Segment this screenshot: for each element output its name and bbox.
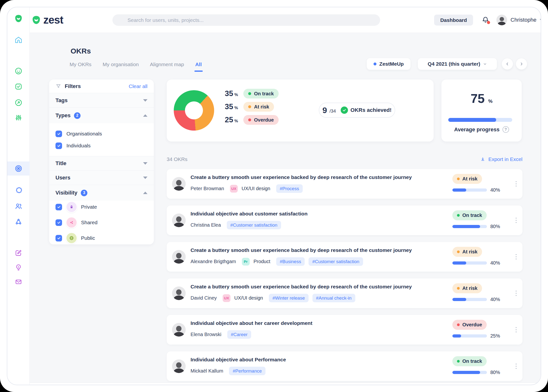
chevron-down-icon	[483, 62, 487, 66]
filter-section-users[interactable]: Users	[49, 170, 154, 185]
user-name: Christophe	[511, 17, 536, 23]
average-progress-value: 75 %	[441, 91, 522, 106]
okr-row[interactable]: Create a buttery smooth user experience …	[167, 242, 522, 272]
unit-badge: UX	[230, 185, 238, 193]
device-frame: zest Dashboard Christophe OKRs My OKRs M…	[0, 0, 548, 392]
dashboard-button[interactable]: Dashboard	[434, 15, 473, 26]
filter-section-tags[interactable]: Tags	[49, 93, 154, 107]
status-badge: On track	[452, 210, 487, 220]
chevron-left-icon	[505, 62, 510, 66]
okr-row[interactable]: Individual objective about her career de…	[167, 315, 522, 345]
checked-checkbox-icon	[55, 143, 62, 149]
clear-all-filters-button[interactable]: Clear all	[129, 83, 147, 89]
smiley-icon[interactable]	[7, 64, 30, 78]
tab-my-organisation[interactable]: My organisation	[103, 62, 139, 72]
checkbox-private[interactable]: Private	[55, 202, 147, 212]
status-badge: Overdue	[452, 320, 487, 330]
users-icon[interactable]	[7, 199, 30, 213]
unit-name: UX/UI design	[234, 295, 263, 301]
tab-bar: My OKRs My organisation Alignment map Al…	[70, 62, 202, 72]
target-icon[interactable]	[7, 161, 30, 176]
notifications-bell-icon[interactable]	[481, 16, 490, 24]
avatar	[172, 250, 186, 264]
network-icon[interactable]	[7, 215, 30, 229]
page-title: OKRs	[71, 47, 91, 55]
okr-row[interactable]: Create a buttery smooth user experience …	[167, 278, 522, 308]
chevron-right-icon	[519, 62, 524, 66]
kebab-menu-button[interactable]	[513, 288, 519, 298]
tab-my-okrs[interactable]: My OKRs	[70, 62, 91, 72]
avatar	[172, 214, 186, 227]
legend-on-track: 35 % On track	[219, 89, 279, 98]
home-icon[interactable]	[7, 33, 30, 47]
okr-row[interactable]: Create a buttery smooth user experience …	[167, 169, 522, 199]
filter-section-types[interactable]: Types 2	[49, 107, 154, 123]
help-question-icon[interactable]: ?	[502, 126, 509, 133]
checkbox-individuals[interactable]: Individuals	[55, 143, 147, 149]
progress-value: 80%	[490, 370, 500, 375]
period-dropdown[interactable]: Q4 2021 (this quarter)	[418, 58, 497, 70]
sliders-icon[interactable]	[7, 111, 30, 125]
tag-chip[interactable]: #Winter release	[269, 294, 309, 302]
okr-row[interactable]: Individual objective about customer sati…	[167, 205, 522, 235]
next-period-button[interactable]	[516, 58, 527, 70]
kebab-menu-button[interactable]	[513, 325, 519, 335]
brand-logo: zest	[32, 14, 63, 26]
progress-bar	[452, 334, 487, 338]
progress-bar	[452, 371, 487, 374]
status-badge: At risk	[452, 283, 482, 293]
scope-badge[interactable]: ZestMeUp	[367, 58, 411, 70]
puzzle-icon[interactable]	[7, 183, 30, 197]
brand-wordmark: zest	[43, 14, 63, 26]
share-nodes-icon	[66, 217, 77, 228]
scope-dot	[374, 62, 376, 65]
checked-checkbox-icon	[55, 131, 62, 137]
tag-chip[interactable]: #Performance	[229, 367, 265, 375]
okr-title: Create a buttery smooth user experience …	[191, 174, 412, 180]
checked-checkbox-icon	[55, 204, 62, 210]
status-badge: At risk	[452, 247, 482, 257]
visibility-count-badge: 3	[81, 190, 87, 196]
export-excel-button[interactable]: Export in Excel	[480, 156, 522, 162]
tab-alignment-map[interactable]: Alignment map	[150, 62, 184, 72]
filter-section-visibility[interactable]: Visibility 3	[49, 185, 154, 201]
tag-chip[interactable]: #Annual check-in	[312, 294, 355, 302]
edit-icon[interactable]	[7, 246, 30, 260]
mail-icon[interactable]	[7, 275, 30, 289]
tag-chip[interactable]: #Customer satisfaction	[227, 221, 281, 229]
tag-chip[interactable]: #Career	[227, 330, 251, 339]
tab-all[interactable]: All	[195, 62, 202, 72]
tag-chip[interactable]: #Business	[276, 257, 305, 266]
filter-section-title[interactable]: Title	[49, 156, 154, 170]
okr-title: Create a buttery smooth user experience …	[191, 284, 412, 290]
tag-chip[interactable]: #Process	[276, 184, 303, 193]
progress-bar	[452, 261, 487, 265]
at-risk-dot	[248, 105, 251, 108]
avatar	[172, 177, 186, 191]
top-bar: zest Dashboard Christophe	[30, 7, 541, 33]
kebab-menu-button[interactable]	[513, 179, 519, 189]
arrow-circle-icon[interactable]	[7, 96, 30, 109]
checkbox-shared[interactable]: Shared	[55, 217, 147, 228]
okr-owner: Peter Browman	[191, 186, 224, 191]
check-square-icon[interactable]	[7, 80, 30, 93]
previous-period-button[interactable]	[502, 58, 513, 70]
lightbulb-icon[interactable]	[7, 261, 30, 274]
kebab-menu-button[interactable]	[513, 361, 519, 371]
checkbox-organisationals[interactable]: Organisationals	[55, 131, 147, 137]
okr-row[interactable]: Individual objective about Performance M…	[167, 351, 522, 381]
unit-badge: UX	[223, 294, 230, 302]
tag-chip[interactable]: #Customer satisfaction	[309, 257, 363, 266]
search-input[interactable]	[112, 14, 380, 26]
status-donut	[174, 90, 214, 131]
checkbox-public[interactable]: Public	[55, 233, 147, 243]
kebab-menu-button[interactable]	[513, 252, 519, 262]
profile-menu[interactable]: Christophe	[496, 15, 541, 25]
lock-icon	[66, 202, 77, 212]
visibility-options: Private Shared Public	[49, 201, 154, 244]
progress-bar	[452, 298, 487, 301]
progress-value: 40%	[490, 297, 500, 302]
types-options: Organisationals Individuals	[49, 123, 154, 156]
kebab-menu-button[interactable]	[513, 215, 519, 225]
chevron-down-icon	[143, 99, 147, 102]
